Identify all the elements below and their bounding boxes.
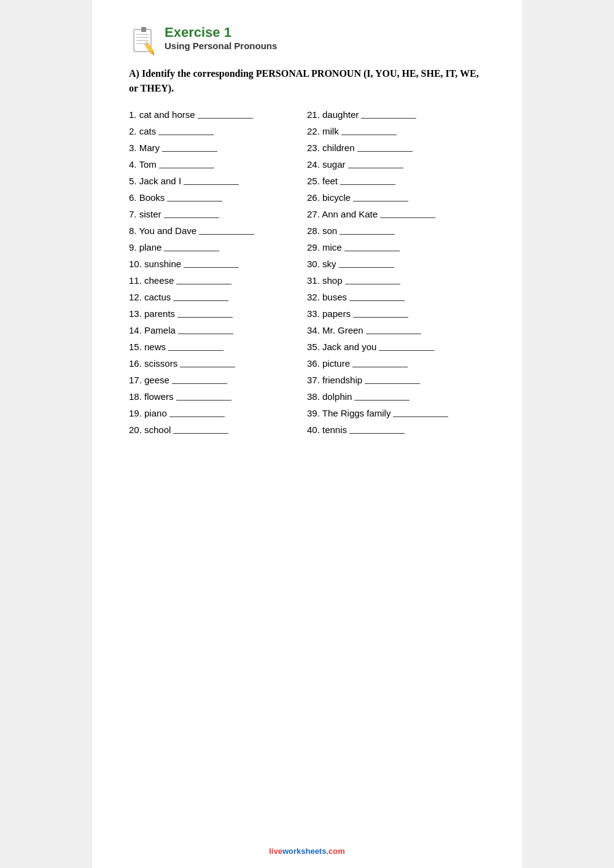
item-label: 5. Jack and I — [129, 176, 181, 186]
list-item: 40. tennis — [307, 424, 473, 435]
answer-line — [164, 251, 219, 251]
list-item: 3. Mary — [129, 143, 295, 153]
list-item: 29. mice — [307, 242, 473, 252]
list-item: 34. Mr. Green — [307, 325, 473, 335]
item-label: 30. sky — [307, 259, 336, 269]
item-label: 39. The Riggs family — [307, 408, 391, 418]
item-label: 29. mice — [307, 242, 342, 252]
item-label: 22. milk — [307, 126, 339, 136]
answer-line — [353, 317, 408, 318]
list-item: 16. scissors — [129, 358, 295, 369]
footer-domain: .com — [326, 846, 344, 856]
answer-line — [339, 267, 394, 268]
answer-line — [366, 334, 421, 334]
answer-line — [159, 168, 214, 168]
item-label: 15. news — [129, 342, 166, 352]
list-item: 15. news — [129, 342, 295, 352]
item-label: 11. cheese — [129, 275, 174, 286]
item-label: 6. Books — [129, 192, 165, 203]
list-item: 20. school — [129, 424, 295, 435]
item-label: 14. Pamela — [129, 325, 176, 335]
answer-line — [168, 350, 223, 351]
item-label: 7. sister — [129, 209, 161, 219]
list-item: 6. Books — [129, 192, 295, 203]
footer-worksheets: worksheets — [282, 846, 327, 856]
item-label: 21. daughter — [307, 109, 359, 120]
list-item: 35. Jack and you — [307, 342, 473, 352]
item-label: 9. plane — [129, 242, 161, 252]
answer-line — [379, 350, 434, 351]
list-item: 10. sunshine — [129, 259, 295, 269]
item-label: 18. flowers — [129, 391, 174, 402]
list-item: 4. Tom — [129, 159, 295, 170]
answer-line — [361, 118, 416, 119]
list-item: 32. buses — [307, 292, 473, 302]
list-item: 38. dolphin — [307, 391, 473, 402]
item-label: 35. Jack and you — [307, 342, 376, 352]
answer-line — [162, 151, 217, 152]
answer-line — [184, 267, 239, 268]
list-item: 13. parents — [129, 308, 295, 319]
list-item: 37. friendship — [307, 375, 473, 385]
answer-line — [178, 334, 233, 334]
answer-line — [348, 168, 403, 168]
item-label: 36. picture — [307, 358, 350, 369]
list-item: 7. sister — [129, 209, 295, 219]
list-item: 1. cat and horse — [129, 109, 295, 120]
list-item: 22. milk — [307, 126, 473, 136]
answer-line — [169, 416, 225, 417]
answer-line — [340, 184, 395, 185]
header: Exercise 1 Using Personal Pronouns — [129, 25, 485, 55]
item-label: 16. scissors — [129, 358, 177, 369]
answer-line — [365, 383, 420, 384]
answer-line — [176, 400, 231, 401]
item-label: 17. geese — [129, 375, 169, 385]
list-item: 9. plane — [129, 242, 295, 252]
item-label: 10. sunshine — [129, 259, 181, 269]
item-label: 1. cat and horse — [129, 109, 195, 120]
item-label: 3. Mary — [129, 143, 160, 153]
list-item: 8. You and Dave — [129, 225, 295, 236]
answer-line — [173, 433, 228, 434]
item-label: 23. children — [307, 143, 355, 153]
answer-line — [380, 217, 435, 218]
item-label: 37. friendship — [307, 375, 362, 385]
instructions: A) Identify the corresponding PERSONAL P… — [129, 66, 485, 96]
answer-line — [393, 416, 448, 417]
footer-live: live — [269, 846, 282, 856]
answer-line — [158, 135, 214, 135]
footer: liveworksheets.com — [92, 846, 522, 856]
list-item: 12. cactus — [129, 292, 295, 302]
item-label: 12. cactus — [129, 292, 171, 302]
answer-line — [167, 201, 222, 201]
list-item: 5. Jack and I — [129, 176, 295, 186]
list-item: 36. picture — [307, 358, 473, 369]
list-item: 14. Pamela — [129, 325, 295, 335]
list-item: 30. sky — [307, 259, 473, 269]
item-label: 28. son — [307, 225, 337, 236]
answer-line — [353, 201, 408, 201]
item-label: 20. school — [129, 424, 171, 435]
right-column: 21. daughter22. milk23. children24. suga… — [307, 109, 485, 441]
answer-line — [176, 284, 231, 284]
list-item: 26. bicycle — [307, 192, 473, 203]
item-label: 32. buses — [307, 292, 347, 302]
answer-line — [349, 433, 405, 434]
item-label: 27. Ann and Kate — [307, 209, 378, 219]
item-label: 38. dolphin — [307, 391, 352, 402]
answer-line — [198, 118, 253, 119]
columns: 1. cat and horse2. cats3. Mary4. Tom5. J… — [129, 109, 485, 441]
item-label: 2. cats — [129, 126, 156, 136]
item-label: 40. tennis — [307, 424, 347, 435]
item-label: 24. sugar — [307, 159, 346, 170]
list-item: 25. feet — [307, 176, 473, 186]
item-label: 33. papers — [307, 308, 351, 319]
answer-line — [352, 367, 408, 367]
item-label: 31. shop — [307, 275, 343, 286]
list-item: 27. Ann and Kate — [307, 209, 473, 219]
answer-line — [177, 317, 233, 318]
list-item: 21. daughter — [307, 109, 473, 120]
exercise-title: Exercise 1 — [165, 25, 277, 41]
answer-line — [345, 284, 400, 284]
list-item: 2. cats — [129, 126, 295, 136]
